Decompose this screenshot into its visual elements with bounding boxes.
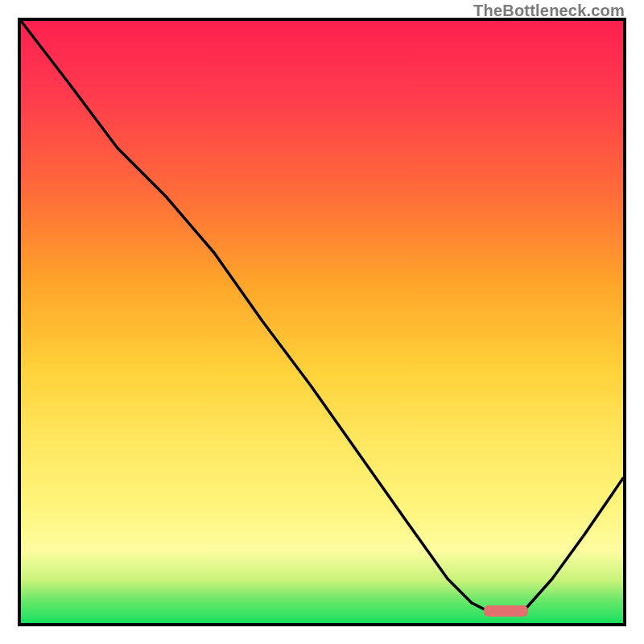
bottleneck-curve	[21, 21, 623, 615]
chart-frame	[18, 18, 626, 626]
chart-svg	[21, 21, 623, 623]
optimal-range-marker	[484, 605, 528, 617]
